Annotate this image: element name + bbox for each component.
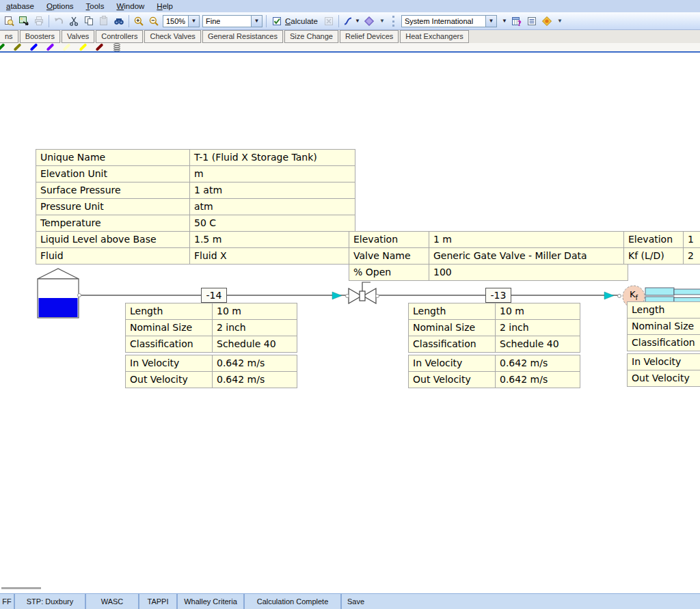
cell-value: 0.642 m/s bbox=[495, 371, 580, 388]
print-preview-icon[interactable] bbox=[1, 14, 16, 28]
chevron-down-icon[interactable]: ▼ bbox=[485, 16, 496, 27]
cell-label: Fluid bbox=[36, 247, 190, 265]
units-system-combo[interactable]: System International ▼ bbox=[401, 15, 497, 27]
cell-value: 1 bbox=[683, 231, 700, 248]
status-panel-ff: FF bbox=[0, 594, 15, 609]
toolbar-drag-handle[interactable] bbox=[392, 16, 396, 27]
table-row: Length10 m bbox=[125, 303, 297, 320]
pen-toolbar bbox=[0, 43, 700, 51]
pipe-13-velocity-table: In Velocity0.642 m/s Out Velocity0.642 m… bbox=[408, 355, 580, 388]
list-view-icon[interactable] bbox=[524, 14, 539, 28]
table-row: Pressure Unitatm bbox=[36, 199, 355, 215]
table-row: Elevation Unitm bbox=[36, 166, 355, 182]
cell-label: Nominal Size bbox=[627, 318, 700, 335]
tab-general-resistances[interactable]: General Resistances bbox=[202, 30, 283, 43]
tab-relief-devices[interactable]: Relief Devices bbox=[340, 30, 399, 43]
status-panel-whalley: Whalley Criteria bbox=[178, 594, 245, 609]
cell-label: Length bbox=[125, 303, 213, 320]
chevron-down-icon[interactable]: ▼ bbox=[188, 16, 199, 27]
export-icon[interactable] bbox=[16, 14, 31, 28]
cell-value: Schedule 40 bbox=[495, 336, 580, 353]
table-row: Valve NameGeneric Gate Valve - Miller Da… bbox=[349, 248, 628, 265]
kf-properties-table: Elevation1 Kf (L/D)2 bbox=[623, 231, 700, 265]
tab-size-change[interactable]: Size Change bbox=[284, 30, 338, 43]
zoom-out-icon[interactable] bbox=[146, 14, 161, 28]
copy-icon[interactable] bbox=[81, 14, 96, 28]
cell-value: m bbox=[189, 165, 355, 182]
pipe-label-14[interactable]: -14 bbox=[201, 288, 227, 303]
tab-valves[interactable]: Valves bbox=[62, 30, 94, 43]
curve-tool-icon[interactable]: ▼ bbox=[341, 14, 362, 28]
menu-item-window[interactable]: Window bbox=[110, 0, 150, 12]
component-tabs: ns Boosters Valves Controllers Check Val… bbox=[0, 30, 700, 43]
cell-value: Schedule 40 bbox=[212, 336, 297, 353]
pen-icon[interactable] bbox=[46, 43, 54, 51]
print-icon[interactable] bbox=[31, 14, 46, 28]
pipe-right-main-table: Length Nominal Size Classification bbox=[627, 301, 700, 351]
cell-label: Unique Name bbox=[36, 149, 190, 166]
pen-icon[interactable] bbox=[62, 43, 70, 51]
pen-icon[interactable] bbox=[29, 43, 38, 51]
gold-tool-icon[interactable] bbox=[539, 14, 554, 28]
toolbar-separator bbox=[266, 15, 267, 27]
pen-icon[interactable] bbox=[79, 43, 87, 51]
flowsheet-canvas[interactable] bbox=[0, 53, 700, 586]
tab-boosters[interactable]: Boosters bbox=[20, 30, 60, 43]
pipe-right-velocity-table: In Velocity Out Velocity bbox=[627, 353, 700, 387]
cell-value: Generic Gate Valve - Miller Data bbox=[429, 247, 628, 265]
pipe-label-13[interactable]: -13 bbox=[485, 288, 511, 303]
results-table-icon[interactable]: ? bbox=[509, 14, 524, 28]
zoom-in-icon[interactable] bbox=[131, 14, 146, 28]
status-panel-calculation: Calculation Complete bbox=[245, 594, 342, 609]
cell-value: T-1 (Fluid X Storage Tank) bbox=[189, 149, 355, 166]
tab-check-valves[interactable]: Check Valves bbox=[144, 30, 200, 43]
horizontal-scrollbar-thumb[interactable] bbox=[1, 587, 41, 589]
cell-label: Nominal Size bbox=[125, 319, 213, 336]
zoom-level-combo[interactable]: 150% ▼ bbox=[163, 15, 200, 27]
cell-value: 2 inch bbox=[212, 319, 297, 336]
status-panel-wasc: WASC bbox=[86, 594, 139, 609]
cut-icon[interactable] bbox=[66, 14, 81, 28]
spring-icon[interactable] bbox=[111, 43, 123, 51]
table-row: Classification bbox=[627, 335, 700, 351]
cell-label: Temperature bbox=[36, 215, 190, 232]
calculate-button[interactable]: Calculate bbox=[269, 14, 321, 28]
toolbar-separator bbox=[129, 15, 129, 27]
toolbar-overflow-icon[interactable]: ▼ bbox=[557, 18, 563, 24]
cell-value: 10 m bbox=[212, 303, 297, 320]
cell-label: Out Velocity bbox=[627, 370, 700, 387]
menu-item-options[interactable]: Options bbox=[40, 0, 80, 12]
cell-value: 100 bbox=[429, 264, 628, 281]
stop-icon[interactable] bbox=[321, 14, 336, 28]
chevron-down-icon: ▼ bbox=[355, 18, 360, 24]
table-row: Nominal Size2 inch bbox=[125, 320, 297, 336]
tab-connections[interactable]: ns bbox=[0, 30, 18, 43]
menu-item-help[interactable]: Help bbox=[150, 0, 179, 12]
table-row: Length bbox=[627, 301, 700, 319]
table-row: Elevation1 m bbox=[349, 231, 628, 248]
table-row: Out Velocity bbox=[627, 370, 700, 387]
cell-label: Out Velocity bbox=[125, 371, 213, 388]
cell-label: Classification bbox=[408, 336, 496, 353]
pen-icon[interactable] bbox=[0, 43, 5, 51]
detail-level-combo[interactable]: Fine ▼ bbox=[202, 15, 262, 27]
table-row: In Velocity bbox=[627, 353, 700, 370]
table-row: Nominal Size bbox=[627, 319, 700, 335]
cell-label: Kf (L/D) bbox=[623, 247, 684, 265]
menu-item-tools[interactable]: Tools bbox=[80, 0, 111, 12]
paste-icon[interactable] bbox=[96, 14, 111, 28]
table-row: Unique NameT-1 (Fluid X Storage Tank) bbox=[36, 149, 355, 166]
menu-item-database[interactable]: atabase bbox=[0, 0, 40, 12]
toolbar-overflow-icon[interactable]: ▼ bbox=[379, 18, 385, 24]
tab-controllers[interactable]: Controllers bbox=[96, 30, 143, 43]
tab-heat-exchangers[interactable]: Heat Exchangers bbox=[400, 30, 468, 43]
book-icon[interactable] bbox=[362, 14, 377, 28]
find-icon[interactable] bbox=[111, 14, 126, 28]
undo-icon[interactable] bbox=[51, 14, 66, 28]
pen-icon[interactable] bbox=[95, 43, 103, 51]
pen-icon[interactable] bbox=[13, 43, 21, 51]
main-toolbar: 150% ▼ Fine ▼ Calculate ▼ ▼ System Inter… bbox=[0, 12, 700, 30]
units-dropdown-icon[interactable]: ▼ bbox=[498, 14, 509, 28]
chevron-down-icon[interactable]: ▼ bbox=[251, 16, 262, 27]
cell-value: 1 atm bbox=[189, 182, 355, 199]
